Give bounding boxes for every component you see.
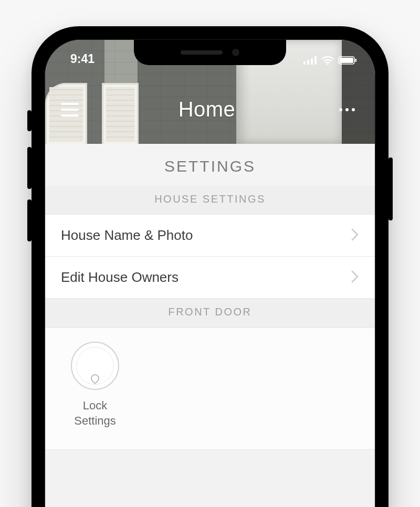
device-label-line: Settings [74, 414, 116, 427]
row-edit-house-owners[interactable]: Edit House Owners [45, 256, 375, 299]
phone-volume-down [27, 199, 32, 241]
battery-icon [338, 56, 357, 65]
svg-point-4 [327, 63, 328, 65]
more-icon [345, 108, 349, 111]
chevron-right-icon [351, 228, 359, 244]
settings-heading: SETTINGS [45, 144, 375, 186]
screen: 9:41 Home [45, 40, 375, 507]
more-icon [352, 108, 355, 111]
menu-button[interactable] [61, 103, 79, 117]
status-time: 9:41 [70, 52, 94, 66]
row-house-name-photo[interactable]: House Name & Photo [45, 214, 375, 257]
lock-icon [71, 342, 119, 390]
phone-frame: 9:41 Home [32, 26, 388, 507]
phone-power-button [388, 157, 393, 220]
phone-silent-switch [27, 110, 32, 131]
section-label-house: HOUSE SETTINGS [45, 186, 375, 215]
header-hero: 9:41 Home [45, 40, 375, 144]
status-bar: 9:41 [45, 40, 375, 69]
svg-rect-0 [303, 61, 306, 65]
svg-rect-3 [314, 56, 317, 65]
row-label: Edit House Owners [61, 269, 178, 286]
more-button[interactable] [335, 104, 359, 115]
hamburger-icon [61, 103, 79, 105]
wifi-icon [321, 56, 334, 65]
section-label-front-door: FRONT DOOR [45, 299, 375, 328]
svg-rect-7 [355, 59, 357, 62]
device-label: Lock Settings [61, 398, 129, 428]
status-indicators [303, 56, 357, 66]
device-label-line: Lock [83, 399, 107, 412]
title-bar: Home [45, 98, 375, 121]
device-area: Lock Settings [45, 328, 375, 450]
row-label: House Name & Photo [61, 227, 193, 244]
svg-rect-2 [311, 58, 313, 65]
page-title: Home [178, 98, 236, 121]
phone-volume-up [27, 147, 32, 189]
cellular-signal-icon [303, 56, 317, 65]
phone-bezel: 9:41 Home [44, 39, 376, 507]
hamburger-icon [61, 109, 79, 111]
hamburger-icon [61, 114, 79, 117]
device-lock-settings[interactable]: Lock Settings [61, 342, 129, 428]
svg-rect-1 [307, 60, 309, 65]
content: SETTINGS HOUSE SETTINGS House Name & Pho… [45, 144, 375, 507]
more-icon [339, 108, 342, 111]
svg-rect-6 [340, 58, 353, 63]
chevron-right-icon [351, 270, 359, 286]
